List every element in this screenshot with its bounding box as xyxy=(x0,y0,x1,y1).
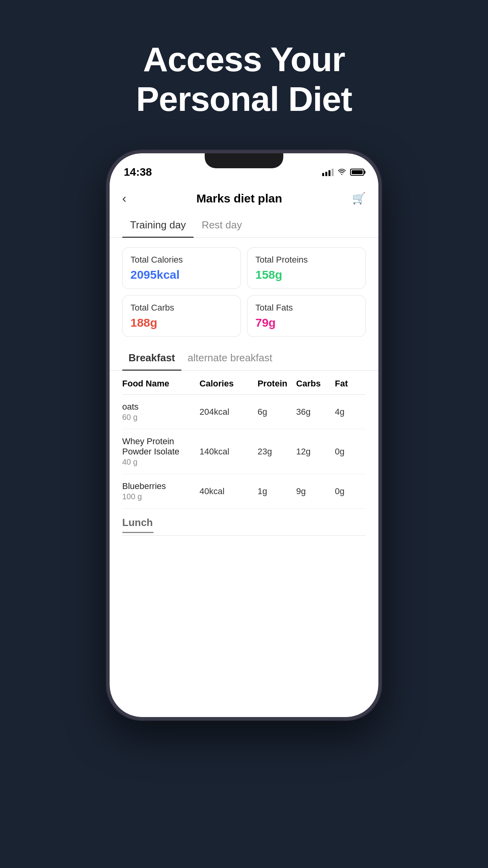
food-amount: 40 g xyxy=(122,458,200,467)
stats-grid: Total Calories 2095kcal Total Proteins 1… xyxy=(110,238,378,346)
food-table: Food Name Calories Protein Carbs Fat oat… xyxy=(110,371,378,717)
stat-label-calories: Total Calories xyxy=(130,255,233,265)
th-food-name: Food Name xyxy=(122,379,200,389)
food-protein: 6g xyxy=(257,407,296,417)
stat-value-fats: 79g xyxy=(255,316,358,329)
tab-training-day[interactable]: Training day xyxy=(122,213,194,237)
table-header: Food Name Calories Protein Carbs Fat xyxy=(122,371,366,395)
food-protein: 1g xyxy=(257,486,296,497)
food-name: Whey Protein Powder Isolate xyxy=(122,436,200,457)
stat-label-proteins: Total Proteins xyxy=(255,255,358,265)
food-row: Whey Protein Powder Isolate 40 g 140kcal… xyxy=(122,429,366,474)
food-fat: 0g xyxy=(335,447,366,457)
status-icons xyxy=(322,168,364,176)
th-carbs: Carbs xyxy=(296,379,335,389)
stat-card-calories: Total Calories 2095kcal xyxy=(122,247,241,289)
signal-icon xyxy=(322,168,334,176)
th-calories: Calories xyxy=(200,379,258,389)
back-button[interactable]: ‹ xyxy=(122,191,127,206)
food-row: oats 60 g 204kcal 6g 36g 4g xyxy=(122,395,366,429)
wifi-icon xyxy=(338,169,346,176)
food-name: oats xyxy=(122,402,200,412)
food-row: Blueberries 100 g 40kcal 1g 9g 0g xyxy=(122,474,366,509)
th-fat: Fat xyxy=(335,379,366,389)
stat-card-proteins: Total Proteins 158g xyxy=(247,247,366,289)
stat-value-proteins: 158g xyxy=(255,268,358,281)
hero-title: Access Your Personal Diet xyxy=(136,39,352,119)
status-bar: 14:38 xyxy=(110,153,378,185)
food-calories: 140kcal xyxy=(200,447,258,457)
page-title: Marks diet plan xyxy=(196,192,282,205)
stat-label-fats: Total Fats xyxy=(255,303,358,313)
status-time: 14:38 xyxy=(124,166,152,178)
phone-mockup: 14:38 xyxy=(106,150,382,720)
tab-rest-day[interactable]: Rest day xyxy=(194,213,250,237)
food-amount: 60 g xyxy=(122,413,200,422)
food-name-cell: Blueberries 100 g xyxy=(122,481,200,501)
tab-breakfast[interactable]: Breakfast xyxy=(122,346,182,370)
food-amount: 100 g xyxy=(122,492,200,501)
meal-tabs: Breakfast alternate breakfast xyxy=(110,346,378,371)
tab-alternate-breakfast[interactable]: alternate breakfast xyxy=(182,346,279,370)
food-name: Blueberries xyxy=(122,481,200,491)
food-fat: 4g xyxy=(335,407,366,417)
battery-icon xyxy=(350,169,364,176)
stat-card-carbs: Total Carbs 188g xyxy=(122,295,241,337)
cart-icon[interactable]: 🛒 xyxy=(352,192,366,205)
food-carbs: 9g xyxy=(296,486,335,497)
lunch-label: Lunch xyxy=(122,517,366,529)
food-carbs: 12g xyxy=(296,447,335,457)
food-name-cell: oats 60 g xyxy=(122,402,200,422)
app-header: ‹ Marks diet plan 🛒 xyxy=(110,185,378,213)
day-tabs: Training day Rest day xyxy=(110,213,378,238)
stat-label-carbs: Total Carbs xyxy=(130,303,233,313)
stat-value-calories: 2095kcal xyxy=(130,268,233,281)
food-protein: 23g xyxy=(257,447,296,457)
food-fat: 0g xyxy=(335,486,366,497)
stat-card-fats: Total Fats 79g xyxy=(247,295,366,337)
lunch-section-header: Lunch xyxy=(122,509,366,536)
food-calories: 40kcal xyxy=(200,486,258,497)
notch xyxy=(205,153,283,168)
th-protein: Protein xyxy=(257,379,296,389)
food-carbs: 36g xyxy=(296,407,335,417)
stat-value-carbs: 188g xyxy=(130,316,233,329)
lunch-underline xyxy=(122,532,154,533)
food-calories: 204kcal xyxy=(200,407,258,417)
food-name-cell: Whey Protein Powder Isolate 40 g xyxy=(122,436,200,467)
